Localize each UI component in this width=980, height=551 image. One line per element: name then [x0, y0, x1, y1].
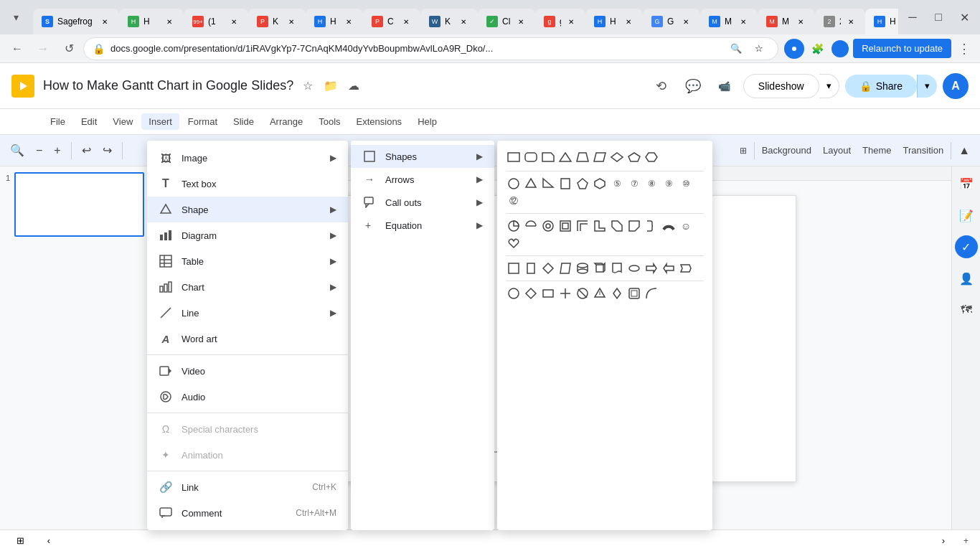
tab-10[interactable]: H H ✕ [585, 9, 643, 34]
tab-9-close[interactable]: ✕ [565, 16, 577, 27]
shape-smiley[interactable]: ☺ [678, 218, 694, 234]
menu-tools[interactable]: Tools [311, 113, 347, 130]
comment-button[interactable]: 💬 [680, 73, 706, 99]
shape-arrow-l[interactable] [661, 260, 677, 276]
tab-active[interactable]: H H ✕ [865, 9, 898, 34]
forward-button[interactable]: → [32, 37, 55, 60]
tab-8[interactable]: ✓ Cl ✕ [478, 9, 535, 34]
shape-donut[interactable] [540, 218, 556, 234]
shape-l-shape[interactable] [592, 218, 608, 234]
layout-btn[interactable]: Layout [819, 139, 855, 162]
cloud-icon[interactable]: ☁ [345, 77, 362, 95]
shape-snip-rect[interactable] [540, 149, 556, 165]
shape-num7[interactable]: ⑦ [626, 176, 642, 192]
reload-button[interactable]: ↺ [57, 37, 80, 60]
tab-8-close[interactable]: ✕ [515, 16, 527, 27]
tab-5[interactable]: H H ✕ [306, 9, 363, 34]
search-icon[interactable]: 🔍 [726, 39, 746, 59]
share-button[interactable]: 🔒 Share [845, 75, 917, 98]
tab-9[interactable]: g g ✕ [535, 9, 585, 34]
insert-textbox-item[interactable]: T Text box [147, 171, 348, 197]
shape-pie[interactable] [506, 218, 522, 234]
shape-diagonal[interactable] [609, 218, 625, 234]
insert-chart-item[interactable]: Chart ▶ [147, 274, 348, 300]
shape-heart[interactable] [506, 235, 522, 251]
insert-animation-item[interactable]: ✦ Animation [147, 442, 348, 468]
tab-14[interactable]: 2 2 ✕ [815, 9, 865, 34]
note-sidebar-icon[interactable]: 📝 [955, 204, 978, 227]
insert-video-item[interactable]: Video [147, 358, 348, 384]
tab-list-btn[interactable]: ▾ [6, 7, 26, 27]
address-bar[interactable]: 🔒 docs.google.com/presentation/d/1iRAVgk… [83, 37, 778, 60]
shape-flow-proc[interactable] [506, 260, 522, 276]
shape-diamond-2[interactable] [540, 260, 556, 276]
shape-triangle[interactable] [557, 149, 573, 165]
submenu-arrows[interactable]: → Arrows ▶ [351, 168, 494, 191]
shape-num9[interactable]: ⑨ [661, 176, 677, 192]
maps-sidebar-icon[interactable]: 🗺 [955, 298, 978, 321]
theme-btn[interactable]: Theme [858, 139, 895, 162]
search-toolbar-btn[interactable]: 🔍 [6, 139, 29, 162]
zoom-in-btn[interactable]: + [50, 139, 65, 162]
tab-12[interactable]: M M ✕ [700, 9, 758, 34]
shape-hexagon[interactable] [644, 149, 659, 165]
back-button[interactable]: ← [6, 37, 29, 60]
insert-special-chars-item[interactable]: Ω Special characters [147, 416, 348, 442]
transition-btn[interactable]: Transition [899, 139, 948, 162]
calendar-sidebar-icon[interactable]: 📅 [955, 172, 978, 195]
tab-1-close[interactable]: ✕ [99, 16, 110, 27]
shape-pentagon[interactable] [626, 149, 642, 165]
tab-11-close[interactable]: ✕ [680, 16, 692, 27]
shape-num10[interactable]: ⑩ [678, 176, 694, 192]
shape-cutout[interactable] [626, 218, 642, 234]
menu-view[interactable]: View [105, 113, 140, 130]
menu-format[interactable]: Format [181, 113, 225, 130]
insert-comment-item[interactable]: Comment Ctrl+Alt+M [147, 500, 348, 526]
tab-5-close[interactable]: ✕ [343, 16, 354, 27]
shape-parallelogram[interactable] [592, 149, 608, 165]
shape-block-arc[interactable] [661, 218, 677, 234]
insert-shape-item[interactable]: Shape ▶ [147, 197, 348, 222]
shape-kite[interactable] [609, 286, 625, 301]
shape-oval[interactable] [626, 260, 642, 276]
bookmark-icon[interactable]: ☆ [749, 39, 769, 59]
tab-11[interactable]: G G ✕ [643, 9, 700, 34]
ext-puzzle-icon[interactable]: 🧩 [807, 39, 827, 59]
shape-num5[interactable]: ⑤ [609, 176, 625, 192]
tab-13-close[interactable]: ✕ [795, 16, 806, 27]
shape-chevron[interactable] [678, 260, 694, 276]
shape-right-tri[interactable] [540, 176, 556, 192]
tab-list-icon[interactable]: ▾ [6, 7, 26, 27]
close-button[interactable]: ✕ [954, 7, 974, 27]
shape-arrow-r[interactable] [644, 260, 659, 276]
insert-link-item[interactable]: 🔗 Link Ctrl+K [147, 474, 348, 500]
shape-triangle-2[interactable] [592, 286, 608, 301]
tab-7[interactable]: W K ✕ [420, 9, 478, 34]
slideshow-button[interactable]: Slideshow [743, 74, 819, 98]
shape-flow2[interactable] [523, 286, 539, 301]
shape-para-3[interactable] [557, 260, 573, 276]
menu-edit[interactable]: Edit [74, 113, 104, 130]
redo-btn[interactable]: ↪ [98, 139, 116, 162]
tab-4[interactable]: P K ✕ [248, 9, 306, 34]
maximize-button[interactable]: □ [928, 7, 948, 27]
menu-extensions[interactable]: Extensions [349, 113, 410, 130]
collapse-panels-btn[interactable]: ▲ [954, 139, 974, 162]
shape-hex-2[interactable] [592, 176, 608, 192]
prev-slide-btn[interactable]: ‹ [40, 532, 57, 550]
background-btn[interactable]: Background [758, 139, 816, 162]
shape-doc[interactable] [609, 260, 625, 276]
menu-insert[interactable]: Insert [141, 113, 179, 130]
person-sidebar-icon[interactable]: 👤 [955, 267, 978, 290]
menu-help[interactable]: Help [410, 113, 444, 130]
shape-tri-2[interactable] [523, 176, 539, 192]
shape-para-2[interactable] [557, 176, 573, 192]
shape-chord[interactable] [523, 218, 539, 234]
ext-chrome-icon[interactable] [784, 39, 804, 59]
minimize-button[interactable]: ─ [903, 7, 923, 27]
grid-view-btn[interactable]: ⊞ [11, 532, 29, 550]
shape-rounded-rect[interactable] [523, 149, 539, 165]
tab-4-close[interactable]: ✕ [286, 16, 297, 27]
shape-half-frame[interactable] [575, 218, 590, 234]
submenu-shapes[interactable]: Shapes ▶ [351, 145, 494, 168]
